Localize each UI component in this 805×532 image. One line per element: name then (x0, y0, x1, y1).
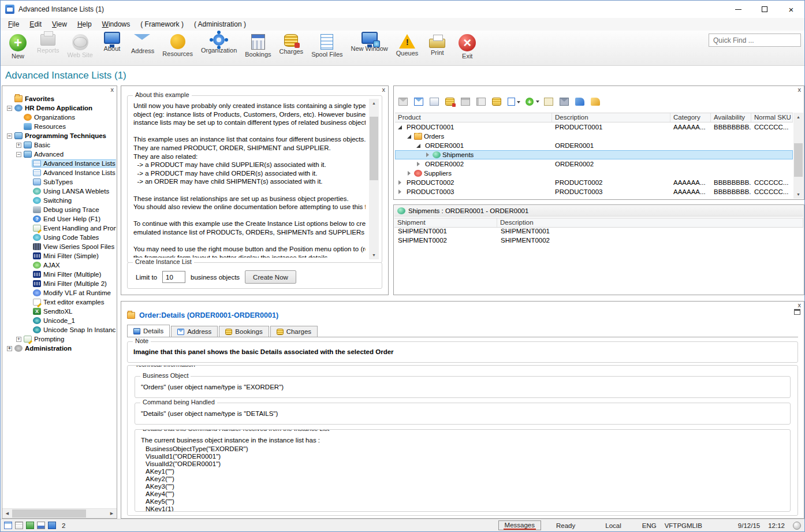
column-header-availability[interactable]: Availability (711, 113, 751, 122)
shipment-row-shipment0001[interactable]: SHIPMENT0001SHIPMENT0001 (394, 228, 803, 237)
toolbar-button-bookings[interactable]: Bookings (241, 32, 275, 59)
chart-icon[interactable] (37, 522, 45, 529)
tree-item-programming-techniques[interactable]: −Programming Techniques (2, 131, 116, 140)
tree-item-switching[interactable]: Switching (2, 196, 116, 205)
tree-item-debug-using-trace[interactable]: Debug using Trace (2, 205, 116, 214)
tag-blue-icon[interactable] (575, 98, 584, 106)
instance-row-product0004[interactable]: PRODUCT0004PRODUCT0004AAAAAA...BBBBBBBB.… (395, 196, 793, 199)
scroll-down-icon[interactable]: ▼ (793, 190, 803, 199)
toolbar-button-about[interactable]: About (97, 32, 127, 53)
tree-item-favorites[interactable]: Favorites (2, 94, 116, 103)
toolbar-button-charges[interactable]: Charges (275, 32, 308, 56)
toolbar-button-new[interactable]: New (3, 32, 33, 61)
tree-item-advanced-instance-lists[interactable]: Advanced Instance Lists (2, 159, 116, 168)
scroll-thumb[interactable] (12, 509, 86, 518)
tree-close-icon[interactable]: x (111, 87, 114, 93)
tree-item-using-code-tables[interactable]: Using Code Tables (2, 233, 116, 242)
quick-find-input[interactable] (709, 34, 801, 47)
tree-item-ajax[interactable]: AJAX (2, 261, 116, 270)
tree-item-modify-vlf-at-runtime[interactable]: Modify VLF at Runtime (2, 288, 116, 297)
tree-item-using-lansa-weblets[interactable]: Using LANSA Weblets (2, 187, 116, 196)
tree-item-mini-filter-multiple-2[interactable]: Mini Filter (Multiple 2) (2, 279, 116, 288)
column-header-normal-sku[interactable]: Normal SKU (751, 113, 793, 122)
sheet-icon[interactable] (26, 522, 34, 529)
card-icon[interactable] (430, 98, 439, 106)
instance-row-shipments[interactable]: Shipments (395, 150, 793, 159)
mail-dark-icon[interactable] (560, 98, 569, 106)
tree-item-mini-filter-simple[interactable]: Mini Filter (Simple) (2, 251, 116, 261)
menu-item-framework[interactable]: ( Framework ) (135, 19, 189, 29)
instance-row-suppliers[interactable]: Suppliers (395, 169, 793, 178)
toolbar-button-print[interactable]: Print (422, 32, 452, 57)
tree-item-event-handling-and-pron[interactable]: Event Handling and Pron (2, 224, 116, 233)
scroll-left-icon[interactable]: ◀ (2, 509, 12, 519)
instance-close-icon[interactable]: x (798, 87, 802, 93)
expand-triangle-icon[interactable] (397, 180, 404, 185)
expand-icon[interactable]: + (16, 337, 21, 342)
tree-item-mini-filter-multiple[interactable]: Mini Filter (Multiple) (2, 270, 116, 279)
column-header-description[interactable]: Description (497, 218, 803, 227)
scroll-right-icon[interactable]: ▶ (107, 509, 117, 519)
table-icon[interactable] (15, 522, 23, 529)
shipment-row-shipment0002[interactable]: SHIPMENT0002SHIPMENT0002 (394, 237, 803, 246)
coins-gold-icon[interactable] (492, 98, 501, 106)
instance-row-order0001[interactable]: ORDER0001ORDER0001 (395, 141, 793, 150)
instance-row-product0002[interactable]: PRODUCT0002PRODUCT0002AAAAAA...BBBBBBBB.… (395, 178, 793, 187)
menu-item-windows[interactable]: Windows (97, 19, 136, 29)
expand-triangle-icon[interactable] (397, 198, 404, 199)
expand-triangle-icon[interactable] (425, 152, 431, 158)
tree-item-organizations[interactable]: Organizations (2, 113, 116, 122)
menu-item-view[interactable]: View (47, 19, 72, 29)
tree-item-sendtoxl[interactable]: SendtoXL (2, 307, 116, 316)
tag-gold-icon[interactable] (591, 98, 600, 106)
toolbar-button-queues[interactable]: Queues (392, 32, 423, 58)
details-close-icon[interactable]: x (798, 302, 802, 308)
details-maximize-icon[interactable] (794, 309, 800, 315)
instance-scrollbar[interactable]: ▲ ▼ (793, 113, 803, 199)
add-dropdown-icon[interactable] (526, 98, 534, 106)
tab-bookings[interactable]: Bookings (219, 326, 269, 337)
instance-row-orders[interactable]: Orders (395, 132, 793, 141)
panel-gray2-icon[interactable] (476, 98, 486, 106)
selection-dropdown-icon[interactable] (508, 98, 515, 106)
expand-icon[interactable]: + (16, 143, 21, 148)
collapse-triangle-icon[interactable] (416, 143, 422, 148)
menu-item-administration[interactable]: ( Administration ) (189, 19, 251, 29)
menu-item-help[interactable]: Help (72, 19, 97, 29)
tab-address[interactable]: Address (171, 326, 218, 337)
expand-icon[interactable]: + (7, 346, 12, 351)
toolbar-button-exit[interactable]: Exit (452, 32, 482, 61)
messages-button[interactable]: Messages (498, 520, 541, 530)
tree-item-resources[interactable]: Resources (2, 122, 116, 131)
mail-gray-icon[interactable] (398, 98, 408, 106)
instance-row-order0002[interactable]: ORDER0002ORDER0002 (395, 159, 793, 169)
scroll-track[interactable] (12, 509, 107, 518)
tab-details[interactable]: Details (127, 325, 170, 337)
flag-icon[interactable] (48, 522, 56, 529)
collapse-triangle-icon[interactable] (397, 124, 404, 130)
toolbar-button-address[interactable]: Address (127, 32, 158, 55)
scroll-track[interactable] (369, 107, 379, 251)
tree-item-subtypes[interactable]: SubTypes (2, 177, 116, 187)
toolbar-button-spool-files[interactable]: Spool Files (307, 32, 346, 59)
column-header-category[interactable]: Category (670, 113, 711, 122)
column-header-product[interactable]: Product (395, 113, 552, 122)
column-header-shipment[interactable]: Shipment (394, 218, 497, 227)
scroll-up-icon[interactable]: ▲ (793, 113, 803, 121)
minimize-button[interactable] (725, 1, 751, 18)
charges-red-icon[interactable] (445, 98, 454, 106)
collapse-icon[interactable]: − (7, 133, 12, 139)
toolbar-button-organization[interactable]: Organization (197, 32, 241, 55)
instance-row-product0003[interactable]: PRODUCT0003PRODUCT0003AAAAAA...BBBBBBBB.… (395, 187, 793, 196)
maximize-button[interactable] (751, 1, 778, 18)
tree-item-advanced[interactable]: −Advanced (2, 150, 116, 159)
tree-horizontal-scrollbar[interactable]: ◀ ▶ (2, 508, 117, 518)
collapse-triangle-icon[interactable] (407, 133, 413, 139)
tree-item-unicode-1[interactable]: Unicode_1 (2, 316, 116, 325)
column-header-description[interactable]: Description (552, 113, 670, 122)
scroll-down-icon[interactable]: ▼ (369, 251, 379, 259)
tree-item-end-user-help-f1[interactable]: End User Help (F1) (2, 214, 116, 224)
tree-item-unicode-snap-in-instanc[interactable]: Unicode Snap In Instanc (2, 325, 116, 334)
expand-triangle-icon[interactable] (416, 161, 422, 167)
limit-input[interactable] (162, 271, 185, 283)
